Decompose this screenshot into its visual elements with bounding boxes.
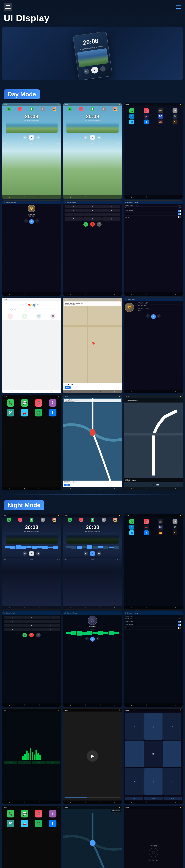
night-music-prev[interactable]: ⏮ — [85, 637, 89, 641]
night-auto-connect-toggle[interactable] — [178, 624, 181, 626]
night-app-photo-2[interactable]: 📷 — [113, 518, 117, 522]
grid-app4[interactable]: 🎙 — [173, 120, 178, 124]
grid-appstore[interactable]: ⬇ — [144, 120, 149, 124]
night-cp-waze[interactable]: 🚗 — [21, 820, 28, 827]
night-app-set-2[interactable]: ⚙ — [102, 518, 106, 522]
app-music[interactable]: 🎵 — [18, 107, 22, 111]
night-dial-9[interactable]: 9 — [41, 624, 59, 627]
night-prev-2[interactable]: ⏮ — [84, 552, 88, 556]
cp-waze[interactable]: 🚗 — [21, 409, 28, 416]
night-grid-telegram[interactable]: ✈ — [129, 525, 134, 530]
np-play[interactable]: ▶ — [153, 859, 154, 861]
shortcut-3[interactable]: 📰 — [36, 313, 41, 319]
prev-button[interactable]: ⏮ — [83, 68, 89, 74]
grid-phone[interactable]: 📞 — [129, 108, 134, 113]
dial-9[interactable]: 9 — [102, 213, 121, 216]
grid-settings[interactable]: ⚙ — [173, 108, 178, 113]
night-cp-messages[interactable]: 💬 — [21, 810, 28, 817]
video-play-icon[interactable]: ▶ — [87, 750, 98, 762]
night-grid-phone[interactable]: 📞 — [129, 519, 134, 524]
tbt-pause[interactable]: ⏸ — [152, 483, 155, 486]
bt-play[interactable]: ⏸ — [29, 219, 34, 224]
cp-appstore[interactable]: ⬇ — [49, 409, 56, 416]
grid-bt[interactable]: BT — [158, 114, 163, 119]
night-grid-app1[interactable]: 🚗 — [144, 525, 149, 530]
dial-0[interactable]: 0 — [83, 217, 102, 221]
night-grid-mic[interactable]: 🎙 — [173, 530, 178, 535]
skip-back-1[interactable]: ⏮ — [23, 135, 27, 140]
dial-6[interactable]: 6 — [102, 209, 121, 212]
app-photos-2[interactable]: 📷 — [113, 107, 117, 111]
video-seekbar[interactable] — [64, 798, 121, 798]
cp-podcasts[interactable]: 🎙 — [49, 399, 56, 407]
skip-fwd-1[interactable]: ⏭ — [36, 135, 41, 140]
grid-nav[interactable]: 🗺 — [173, 114, 178, 119]
night-dial-hash[interactable]: # — [41, 628, 59, 631]
nav-arrow-down[interactable]: ↓ — [144, 768, 162, 795]
app-phone-2[interactable]: 📞 — [68, 107, 72, 111]
hamburger-menu[interactable] — [176, 5, 181, 9]
night-app-music-2[interactable]: 🎵 — [79, 518, 83, 522]
night-dial-0[interactable]: 0 — [23, 628, 41, 631]
nav-arrow-bl[interactable]: ↙ — [125, 768, 143, 795]
night-app-phone-2[interactable]: 📞 — [68, 518, 72, 522]
night-prev-1[interactable]: ⏮ — [23, 552, 27, 556]
shortcut-1[interactable]: G — [8, 313, 13, 319]
night-grid-music[interactable]: 🎵 — [144, 519, 149, 524]
cp-spotify[interactable]: 🎧 — [35, 409, 42, 416]
night-next-2[interactable]: ⏭ — [97, 552, 101, 556]
night-answer[interactable]: 📞 — [23, 633, 27, 638]
track-1[interactable]: 1华军_忘记你忘记我.mp3 — [135, 302, 182, 305]
track-2[interactable]: 2华军_狂放_mp3 — [135, 305, 182, 307]
eq-btn-1[interactable]: BASS — [4, 761, 17, 764]
grid-app3[interactable]: 📻 — [158, 120, 163, 124]
dial-star[interactable]: * — [64, 217, 83, 221]
track-4[interactable]: 4fl.mp3 — [135, 310, 182, 312]
nav-arrow-up[interactable]: ↑ — [144, 713, 162, 740]
call-mute[interactable]: 🎤 — [97, 222, 102, 227]
auto-connect-toggle[interactable] — [178, 213, 181, 215]
night-dial-3[interactable]: 3 — [41, 616, 59, 619]
local-play[interactable]: ⏸ — [151, 314, 156, 319]
np-next[interactable]: ⏭ — [156, 859, 158, 861]
eq-btn-4[interactable]: VOL — [46, 761, 60, 764]
cp-music[interactable]: 🎵 — [35, 399, 42, 407]
nav-home[interactable]: HOME — [163, 797, 182, 800]
eq-btn-3[interactable]: TREB — [32, 761, 46, 764]
np-prev[interactable]: ⏮ — [149, 859, 151, 861]
tbt-prev[interactable]: ⏮ — [148, 483, 151, 486]
menu-icon[interactable] — [4, 3, 12, 11]
night-app-phone-1[interactable]: 📞 — [7, 518, 11, 522]
power-toggle[interactable] — [178, 216, 181, 218]
night-grid-store[interactable]: ⬇ — [144, 530, 149, 535]
night-dial-star[interactable]: * — [4, 628, 22, 631]
dial-7[interactable]: 7 — [64, 213, 83, 216]
eq-btn-2[interactable]: MID — [18, 761, 31, 764]
night-music-next[interactable]: ⏭ — [96, 637, 100, 641]
dial-1[interactable]: 1 — [64, 205, 83, 208]
night-cp-podcasts[interactable]: 🎙 — [49, 810, 56, 817]
shortcut-2[interactable]: ▶ — [22, 313, 27, 319]
nav-go-btn[interactable]: GO — [64, 484, 70, 486]
dial-hash[interactable]: # — [102, 217, 121, 221]
dial-5[interactable]: 5 — [83, 209, 102, 212]
cp-phone[interactable]: 📞 — [7, 399, 14, 407]
nav-back[interactable]: BACK — [144, 797, 163, 800]
bt-next[interactable]: ⏭ — [35, 219, 39, 223]
auto-answer-toggle[interactable] — [178, 210, 181, 212]
night-dial-4[interactable]: 4 — [4, 620, 22, 623]
app-messages[interactable]: 💬 — [30, 107, 33, 111]
grid-photos[interactable]: 📸 — [158, 108, 163, 113]
nav-arrow-right[interactable]: → — [163, 741, 181, 767]
nav-center[interactable]: ⊕ — [144, 741, 162, 767]
night-dial-5[interactable]: 5 — [23, 620, 41, 623]
night-grid-nav[interactable]: 🗺 — [173, 525, 178, 530]
night-music-play[interactable]: ⏸ — [90, 637, 95, 642]
track-3[interactable]: 3华军_前世今生_mp3 — [135, 307, 182, 310]
night-grid-waze[interactable]: 🔵 — [129, 530, 134, 535]
go-button[interactable]: GO — [64, 386, 71, 389]
call-end[interactable]: 📵 — [90, 222, 95, 227]
night-app-photo-1[interactable]: 📷 — [52, 518, 56, 522]
night-grid-bt[interactable]: BT — [158, 525, 163, 530]
play-1[interactable]: ⏸ — [29, 134, 34, 140]
